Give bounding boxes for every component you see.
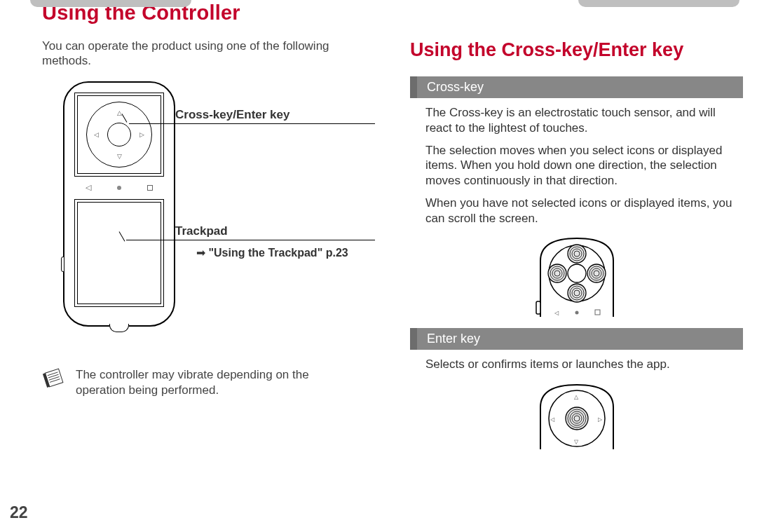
- top-tab-left: [30, 0, 191, 7]
- svg-text:◁: ◁: [554, 310, 559, 316]
- dpad-left-icon: ◁: [94, 131, 99, 138]
- intro-text: You can operate the product using one of…: [42, 39, 375, 69]
- svg-point-9: [568, 284, 586, 302]
- right-column: Using the Cross-key/Enter key Cross-key …: [410, 0, 743, 461]
- mid-menu-icon: [147, 185, 153, 191]
- svg-point-24: [568, 264, 586, 282]
- dpad-center-icon: [107, 123, 131, 146]
- callout-trackpad-ref: ➡ "Using the Trackpad" p.23: [196, 245, 348, 261]
- enterkey-p1: Selects or confirms items or launches th…: [410, 357, 743, 372]
- note-icon: [42, 366, 66, 390]
- left-column: Using the Controller You can operate the…: [42, 0, 375, 461]
- note-text: The controller may vibrate depending on …: [76, 367, 347, 398]
- svg-point-11: [587, 264, 606, 282]
- dpad-up-icon: △: [117, 109, 122, 116]
- callout-crosskey-label: Cross-key/Enter key: [175, 108, 289, 122]
- crosskey-p1: The Cross-key is an electrostatic touch …: [410, 105, 743, 136]
- enterkey-illustration: △ ▽ ◁ ▷: [410, 379, 743, 449]
- crosskey-p2: The selection moves when you select icon…: [410, 143, 743, 189]
- ref-text: "Using the Trackpad" p.23: [208, 247, 348, 259]
- crosskey-illustration: ◁: [410, 233, 743, 317]
- enterkey-header: Enter key: [410, 328, 743, 350]
- section-title: Using the Cross-key/Enter key: [410, 39, 743, 61]
- svg-point-10: [548, 264, 566, 282]
- svg-point-8: [568, 245, 586, 263]
- callout-trackpad-label: Trackpad: [175, 224, 228, 238]
- side-button-icon: [61, 257, 64, 272]
- svg-point-33: [566, 407, 588, 430]
- svg-rect-6: [536, 301, 540, 314]
- ref-arrow-icon: ➡: [196, 247, 205, 259]
- crosskey-p3: When you have not selected icons or disp…: [410, 196, 743, 226]
- dpad-right-icon: ▷: [139, 131, 144, 138]
- svg-point-26: [575, 311, 578, 315]
- svg-text:▽: ▽: [574, 439, 579, 445]
- mid-home-icon: [117, 186, 121, 190]
- svg-rect-27: [595, 310, 600, 315]
- svg-text:△: △: [574, 394, 579, 400]
- svg-text:▷: ▷: [598, 416, 603, 423]
- top-tab-right: [578, 0, 739, 7]
- crosskey-header: Cross-key: [410, 76, 743, 98]
- dpad-down-icon: ▽: [117, 153, 122, 160]
- page-number: 22: [10, 503, 28, 522]
- trackpad-area: [74, 199, 164, 307]
- svg-text:◁: ◁: [550, 416, 555, 423]
- mid-back-icon: ◁: [86, 183, 91, 192]
- lanyard-hole-icon: [109, 324, 129, 332]
- controller-illustration: △ ▽ ◁ ▷ ◁: [63, 81, 175, 327]
